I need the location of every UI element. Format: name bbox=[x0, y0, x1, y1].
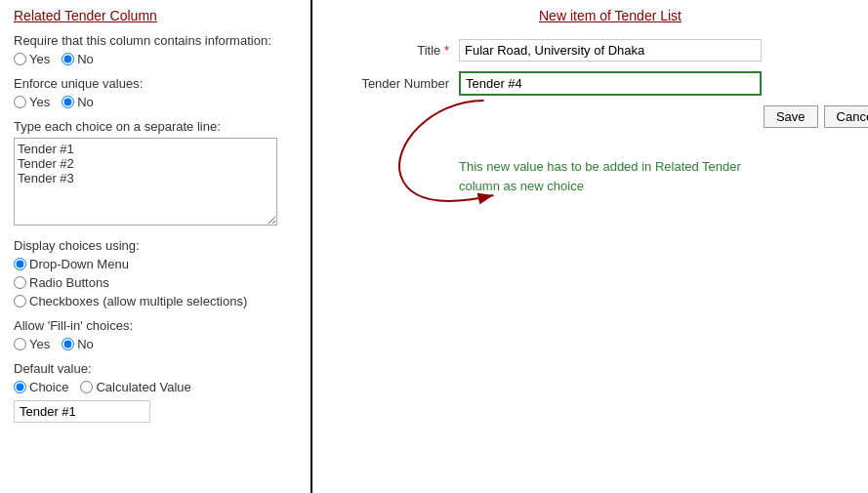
unique-yes-option[interactable]: Yes bbox=[14, 95, 50, 109]
tender-number-row: Tender Number bbox=[332, 71, 868, 96]
unique-no-option[interactable]: No bbox=[62, 95, 94, 109]
require-no-label: No bbox=[77, 52, 94, 66]
display-checkbox-label: Checkboxes (allow multiple selections) bbox=[29, 294, 247, 308]
display-dropdown-option[interactable]: Drop-Down Menu bbox=[14, 257, 297, 271]
title-input[interactable] bbox=[459, 39, 762, 62]
unique-no-label: No bbox=[77, 95, 94, 109]
display-radio-option[interactable]: Radio Buttons bbox=[14, 275, 297, 290]
unique-label: Enforce unique values: bbox=[14, 76, 297, 91]
title-row: Title * bbox=[332, 39, 868, 62]
display-dropdown-radio[interactable] bbox=[14, 258, 26, 270]
fillin-section: Allow 'Fill-in' choices: Yes No bbox=[14, 318, 297, 351]
fillin-yes-option[interactable]: Yes bbox=[14, 337, 50, 351]
unique-radio-group: Yes No bbox=[14, 95, 297, 109]
fillin-no-label: No bbox=[77, 337, 94, 351]
right-panel-title[interactable]: New item of Tender List bbox=[332, 8, 868, 23]
default-calculated-radio[interactable] bbox=[80, 381, 93, 393]
require-yes-radio[interactable] bbox=[14, 53, 26, 65]
default-value-input[interactable] bbox=[14, 400, 150, 423]
require-section: Require that this column contains inform… bbox=[14, 33, 297, 66]
title-label: Title * bbox=[332, 43, 449, 58]
display-checkbox-radio[interactable] bbox=[14, 295, 26, 308]
require-yes-option[interactable]: Yes bbox=[14, 52, 50, 66]
choices-textarea[interactable]: Tender #1 Tender #2 Tender #3 bbox=[14, 138, 277, 226]
main-layout: Related Tender Column Require that this … bbox=[0, 0, 868, 493]
require-yes-label: Yes bbox=[29, 52, 50, 66]
default-label: Default value: bbox=[14, 361, 297, 376]
choices-section: Type each choice on a separate line: Ten… bbox=[14, 119, 297, 228]
default-calculated-label: Calculated Value bbox=[96, 380, 190, 394]
require-no-radio[interactable] bbox=[62, 53, 74, 65]
fillin-no-radio[interactable] bbox=[62, 338, 74, 350]
right-panel: New item of Tender List Title * Tender N… bbox=[312, 0, 868, 493]
display-radio-group: Drop-Down Menu Radio Buttons Checkboxes … bbox=[14, 257, 297, 308]
default-calculated-option[interactable]: Calculated Value bbox=[80, 380, 190, 394]
fillin-label: Allow 'Fill-in' choices: bbox=[14, 318, 297, 333]
default-radio-group: Choice Calculated Value bbox=[14, 380, 297, 394]
save-button[interactable]: Save bbox=[764, 105, 818, 128]
fillin-radio-group: Yes No bbox=[14, 337, 297, 351]
display-dropdown-label: Drop-Down Menu bbox=[29, 257, 129, 271]
unique-yes-label: Yes bbox=[29, 95, 50, 109]
note-text: This new value has to be added in Relate… bbox=[459, 157, 752, 195]
title-required-star: * bbox=[444, 43, 449, 58]
default-section: Default value: Choice Calculated Value bbox=[14, 361, 297, 423]
require-label: Require that this column contains inform… bbox=[14, 33, 297, 48]
left-panel-title[interactable]: Related Tender Column bbox=[14, 8, 297, 23]
unique-section: Enforce unique values: Yes No bbox=[14, 76, 297, 109]
tender-number-label: Tender Number bbox=[332, 76, 449, 91]
choices-label: Type each choice on a separate line: bbox=[14, 119, 297, 134]
display-section: Display choices using: Drop-Down Menu Ra… bbox=[14, 238, 297, 308]
fillin-yes-label: Yes bbox=[29, 337, 50, 351]
display-radio-label: Radio Buttons bbox=[29, 275, 109, 290]
display-checkbox-option[interactable]: Checkboxes (allow multiple selections) bbox=[14, 294, 297, 308]
cancel-button[interactable]: Cancel bbox=[824, 105, 868, 128]
unique-yes-radio[interactable] bbox=[14, 96, 26, 108]
display-label: Display choices using: bbox=[14, 238, 297, 253]
fillin-yes-radio[interactable] bbox=[14, 338, 26, 350]
fillin-no-option[interactable]: No bbox=[62, 337, 94, 351]
default-choice-radio[interactable] bbox=[14, 381, 26, 393]
left-panel: Related Tender Column Require that this … bbox=[0, 0, 312, 493]
unique-no-radio[interactable] bbox=[62, 96, 74, 108]
tender-number-input[interactable] bbox=[459, 71, 762, 96]
display-radio-radio[interactable] bbox=[14, 276, 26, 289]
button-row: Save Cancel bbox=[459, 105, 868, 128]
require-radio-group: Yes No bbox=[14, 52, 297, 66]
default-choice-label: Choice bbox=[29, 380, 68, 394]
default-choice-option[interactable]: Choice bbox=[14, 380, 68, 394]
require-no-option[interactable]: No bbox=[62, 52, 94, 66]
